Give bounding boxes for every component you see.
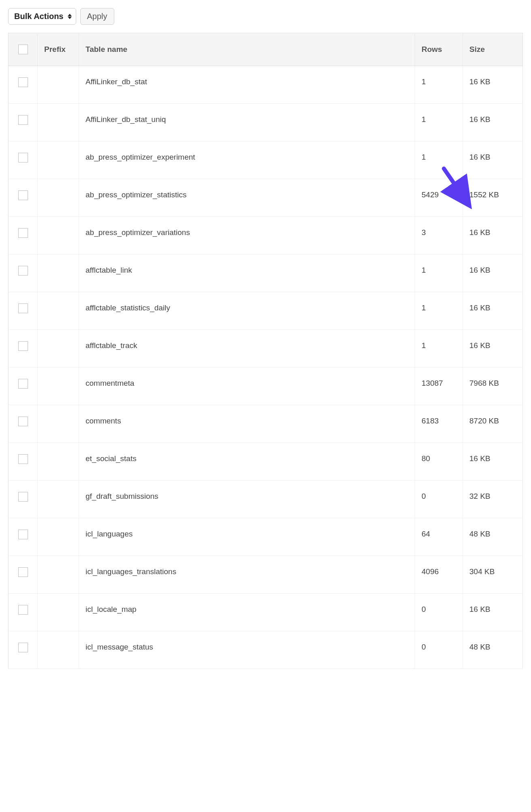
table-wrapper: Prefix Table name Rows Size AffiLinker_d…	[8, 33, 523, 669]
row-checkbox[interactable]	[18, 303, 28, 313]
row-table-name: et_social_stats	[79, 443, 415, 481]
table-row: icl_languages6448 KB	[9, 518, 523, 556]
table-row: ab_press_optimizer_experiment116 KB	[9, 141, 523, 179]
row-prefix	[38, 481, 79, 518]
row-prefix	[38, 405, 79, 443]
row-checkbox-cell	[9, 104, 38, 141]
row-checkbox[interactable]	[18, 153, 28, 162]
row-checkbox-cell	[9, 481, 38, 518]
table-row: icl_languages_translations4096304 KB	[9, 556, 523, 594]
row-table-name: icl_locale_map	[79, 594, 415, 631]
row-checkbox[interactable]	[18, 567, 28, 577]
row-prefix	[38, 443, 79, 481]
row-size: 16 KB	[463, 254, 523, 292]
toolbar: Bulk Actions Apply	[8, 8, 523, 25]
row-size: 1552 KB	[463, 179, 523, 217]
row-table-name: commentmeta	[79, 368, 415, 405]
row-table-name: AffiLinker_db_stat_uniq	[79, 104, 415, 141]
header-prefix[interactable]: Prefix	[38, 33, 79, 66]
row-checkbox[interactable]	[18, 530, 28, 539]
row-checkbox[interactable]	[18, 605, 28, 615]
select-all-checkbox[interactable]	[18, 45, 28, 54]
row-table-name: afflctable_link	[79, 254, 415, 292]
row-checkbox-cell	[9, 405, 38, 443]
table-row: afflctable_statistics_daily116 KB	[9, 292, 523, 330]
row-rows-count: 1	[415, 141, 463, 179]
row-rows-count: 4096	[415, 556, 463, 594]
row-size: 304 KB	[463, 556, 523, 594]
row-checkbox[interactable]	[18, 643, 28, 652]
bulk-actions-select[interactable]: Bulk Actions	[8, 8, 76, 25]
row-size: 8720 KB	[463, 405, 523, 443]
header-table-name[interactable]: Table name	[79, 33, 415, 66]
row-size: 16 KB	[463, 66, 523, 104]
row-rows-count: 1	[415, 330, 463, 368]
row-size: 16 KB	[463, 292, 523, 330]
row-rows-count: 80	[415, 443, 463, 481]
row-size: 48 KB	[463, 518, 523, 556]
header-size[interactable]: Size	[463, 33, 523, 66]
table-row: et_social_stats8016 KB	[9, 443, 523, 481]
row-checkbox[interactable]	[18, 115, 28, 125]
row-checkbox[interactable]	[18, 454, 28, 464]
row-rows-count: 13087	[415, 368, 463, 405]
row-checkbox[interactable]	[18, 341, 28, 351]
table-row: comments61838720 KB	[9, 405, 523, 443]
row-prefix	[38, 330, 79, 368]
row-prefix	[38, 254, 79, 292]
row-prefix	[38, 594, 79, 631]
row-size: 16 KB	[463, 330, 523, 368]
row-checkbox-cell	[9, 179, 38, 217]
row-table-name: icl_languages_translations	[79, 556, 415, 594]
row-rows-count: 1	[415, 292, 463, 330]
row-checkbox[interactable]	[18, 492, 28, 502]
row-prefix	[38, 518, 79, 556]
row-checkbox[interactable]	[18, 266, 28, 276]
table-row: gf_draft_submissions032 KB	[9, 481, 523, 518]
row-rows-count: 1	[415, 104, 463, 141]
row-rows-count: 0	[415, 481, 463, 518]
row-checkbox-cell	[9, 518, 38, 556]
row-checkbox[interactable]	[18, 417, 28, 426]
table-row: icl_message_status048 KB	[9, 631, 523, 669]
row-prefix	[38, 292, 79, 330]
row-checkbox-cell	[9, 556, 38, 594]
row-checkbox-cell	[9, 217, 38, 254]
row-prefix	[38, 631, 79, 669]
row-size: 16 KB	[463, 104, 523, 141]
row-table-name: AffiLinker_db_stat	[79, 66, 415, 104]
row-checkbox-cell	[9, 594, 38, 631]
table-row: AffiLinker_db_stat116 KB	[9, 66, 523, 104]
row-table-name: comments	[79, 405, 415, 443]
row-checkbox-cell	[9, 254, 38, 292]
row-checkbox-cell	[9, 66, 38, 104]
row-rows-count: 5429	[415, 179, 463, 217]
row-checkbox[interactable]	[18, 190, 28, 200]
row-rows-count: 1	[415, 254, 463, 292]
row-rows-count: 1	[415, 66, 463, 104]
header-checkbox-cell	[9, 33, 38, 66]
database-tables-table: Prefix Table name Rows Size AffiLinker_d…	[8, 33, 523, 669]
row-table-name: icl_languages	[79, 518, 415, 556]
row-prefix	[38, 368, 79, 405]
header-rows[interactable]: Rows	[415, 33, 463, 66]
row-size: 16 KB	[463, 217, 523, 254]
row-checkbox-cell	[9, 443, 38, 481]
row-checkbox[interactable]	[18, 379, 28, 389]
row-checkbox-cell	[9, 141, 38, 179]
row-checkbox-cell	[9, 631, 38, 669]
row-rows-count: 64	[415, 518, 463, 556]
row-prefix	[38, 556, 79, 594]
table-row: ab_press_optimizer_variations316 KB	[9, 217, 523, 254]
row-size: 16 KB	[463, 443, 523, 481]
row-size: 48 KB	[463, 631, 523, 669]
row-prefix	[38, 104, 79, 141]
row-table-name: ab_press_optimizer_variations	[79, 217, 415, 254]
sort-icon	[68, 14, 72, 19]
row-table-name: ab_press_optimizer_statistics	[79, 179, 415, 217]
table-row: AffiLinker_db_stat_uniq116 KB	[9, 104, 523, 141]
apply-button[interactable]: Apply	[80, 8, 114, 25]
row-checkbox[interactable]	[18, 77, 28, 87]
row-checkbox[interactable]	[18, 228, 28, 238]
row-size: 16 KB	[463, 594, 523, 631]
